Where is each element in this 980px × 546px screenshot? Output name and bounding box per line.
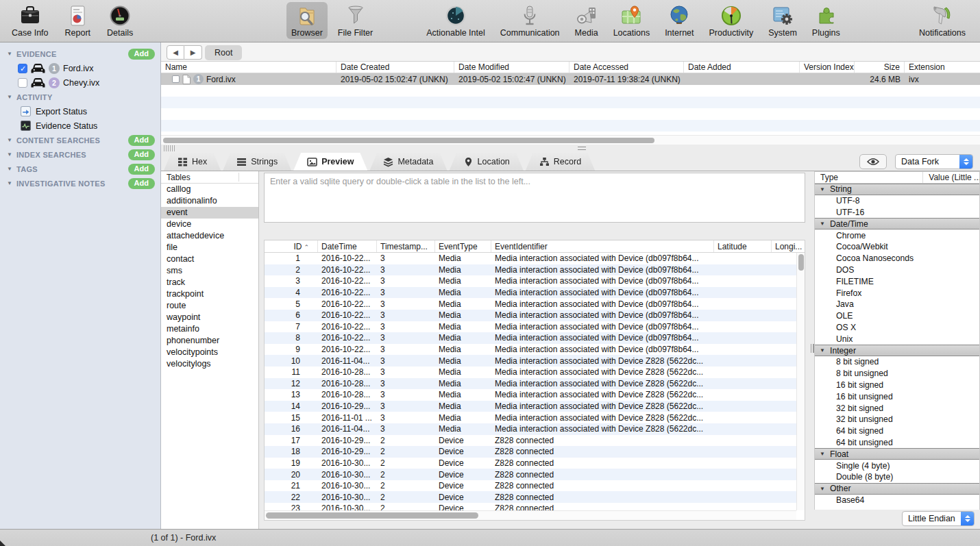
pane-splitter[interactable] [161, 145, 980, 152]
column-header-longitude[interactable]: Longi... [772, 240, 805, 252]
sidebar-section-investigative-notes[interactable]: ▼ INVESTIGATIVE NOTES Add [0, 176, 160, 190]
browser-mode-button[interactable]: Browser [286, 2, 328, 39]
column-header-eventtype[interactable]: EventType [435, 240, 491, 252]
visibility-button[interactable] [859, 154, 887, 169]
inspector-row[interactable]: ▼ 32 bit unsigned [815, 414, 979, 425]
sidebar-item-evidence-status[interactable]: Evidence Status [0, 119, 160, 133]
table-row[interactable]: 8 2016-10-22... 3 Media Media interactio… [265, 332, 805, 344]
column-header-date-modified[interactable]: Date Modified [454, 62, 569, 73]
table-list-item[interactable]: sms [161, 265, 258, 277]
table-list-item[interactable]: route [161, 300, 258, 312]
add-content-search-button[interactable]: Add [128, 135, 155, 146]
disclosure-triangle-icon[interactable]: ▼ [820, 451, 830, 457]
tab-preview[interactable]: Preview [293, 153, 367, 171]
inspector-row[interactable]: ▼ Unix [815, 333, 979, 345]
table-row[interactable]: 14 2016-10-29... 3 Media Media interacti… [265, 401, 805, 412]
back-button[interactable]: ◀ [167, 45, 184, 60]
table-row[interactable]: 2 2016-10-22... 3 Media Media interactio… [265, 264, 805, 276]
inspector-row[interactable]: ▼ Other [815, 483, 979, 495]
add-evidence-button[interactable]: Add [128, 49, 155, 60]
table-row[interactable]: 17 2016-10-29... 2 Device Z828 connected [265, 435, 805, 447]
column-header-date-accessed[interactable]: Date Accessed [569, 62, 684, 73]
disclosure-triangle-icon[interactable]: ▼ [7, 94, 16, 100]
hscroll-thumb[interactable] [163, 138, 654, 143]
column-header-date-added[interactable]: Date Added [684, 62, 800, 73]
table-list-item[interactable]: phonenumber [161, 335, 258, 347]
column-header-date-created[interactable]: Date Created [336, 62, 454, 73]
data-fork-select[interactable]: Data Fork [895, 154, 973, 169]
case-info-button[interactable]: Case Info [7, 2, 53, 39]
table-list-item[interactable]: velocitylogs [161, 358, 258, 370]
file-row-selected[interactable]: 1 Ford.ivx 2019-05-02 15:02:47 (UNKN) 20… [161, 73, 980, 85]
disclosure-triangle-icon[interactable]: ▼ [7, 151, 16, 158]
inspector-row[interactable]: ▼ UTF-16 [815, 207, 979, 219]
file-checkbox[interactable] [172, 75, 180, 83]
evidence-checkbox[interactable] [18, 64, 27, 73]
column-header-name[interactable]: Name [161, 62, 336, 73]
tab-metadata[interactable]: Metadata [369, 153, 447, 171]
inspector-row[interactable]: ▼ DOS [815, 264, 979, 276]
sidebar-item-export-status[interactable]: Export Status [0, 104, 160, 119]
column-header-value[interactable]: Value (Little ... [923, 172, 979, 183]
sqlite-query-input[interactable] [264, 173, 805, 223]
column-header-datetime[interactable]: DateTime [318, 240, 377, 252]
inspector-row[interactable]: ▼ Chrome [815, 229, 979, 241]
media-button[interactable]: Media [570, 2, 603, 39]
inspector-row[interactable]: ▼ OLE [815, 310, 979, 322]
vscroll-thumb[interactable] [798, 254, 804, 271]
inspector-row[interactable]: ▼ Float [815, 448, 979, 460]
table-row[interactable]: 6 2016-10-22... 3 Media Media interactio… [265, 310, 805, 321]
inspector-row[interactable]: ▼ 32 bit signed [815, 402, 979, 414]
column-header-timestamp[interactable]: Timestamp... [377, 240, 435, 252]
disclosure-triangle-icon[interactable]: ▼ [820, 486, 830, 492]
details-button[interactable]: Details [102, 2, 138, 39]
plugins-button[interactable]: Plugins [807, 2, 845, 39]
inspector-row[interactable]: ▼ Double (8 byte) [815, 471, 979, 483]
inspector-row[interactable]: ▼ 64 bit unsigned [815, 437, 979, 449]
inspector-row[interactable]: ▼ Cocoa Nanoseconds [815, 253, 979, 264]
inspector-row[interactable]: ▼ Date/Time [815, 218, 979, 229]
inspector-row[interactable]: ▼ OS X [815, 322, 979, 334]
productivity-button[interactable]: Productivity [705, 2, 759, 39]
endianness-select[interactable]: Little Endian [902, 511, 975, 526]
tab-strings[interactable]: Strings [223, 153, 291, 171]
evidence-item[interactable]: 1 Ford.ivx [0, 61, 160, 75]
add-note-button[interactable]: Add [128, 178, 155, 189]
table-list-item[interactable]: calllog [161, 184, 258, 195]
disclosure-triangle-icon[interactable]: ▼ [820, 347, 830, 353]
file-filter-button[interactable]: File Filter [333, 2, 378, 39]
table-list-item[interactable]: velocitypoints [161, 347, 258, 358]
table-row[interactable]: 10 2016-11-04... 3 Media Media interacti… [265, 355, 805, 367]
table-row[interactable]: 20 2016-10-30... 2 Device Z828 connected [265, 469, 805, 480]
inspector-row[interactable]: ▼ Java [815, 299, 979, 310]
table-row[interactable]: 22 2016-10-30... 2 Device Z828 connected [265, 491, 805, 503]
internet-button[interactable]: Internet [660, 2, 698, 39]
disclosure-triangle-icon[interactable]: ▼ [7, 180, 16, 186]
disclosure-triangle-icon[interactable]: ▼ [7, 51, 16, 57]
locations-button[interactable]: Locations [609, 2, 655, 39]
table-row[interactable]: 15 2016-11-01 ... 3 Media Media interact… [265, 412, 805, 423]
column-header-extension[interactable]: Extension [905, 62, 977, 73]
tab-hex[interactable]: Hex [164, 153, 221, 171]
column-header-id[interactable]: ID⌃ [265, 240, 318, 252]
add-index-search-button[interactable]: Add [128, 149, 155, 160]
table-row[interactable]: 3 2016-10-22... 3 Media Media interactio… [265, 275, 805, 287]
table-list-item[interactable]: trackpoint [161, 288, 258, 300]
table-row[interactable]: 13 2016-10-28... 3 Media Media interacti… [265, 389, 805, 401]
inspector-row[interactable]: ▼ Base64 [815, 495, 979, 506]
column-header-eventidentifier[interactable]: EventIdentifier [491, 240, 714, 252]
report-button[interactable]: Report [60, 2, 96, 39]
evidence-checkbox[interactable] [18, 78, 27, 88]
inspector-row[interactable]: ▼ Single (4 byte) [815, 460, 979, 471]
table-row[interactable]: 21 2016-10-30... 2 Device Z828 connected [265, 480, 805, 492]
table-list-item[interactable]: additionalinfo [161, 195, 258, 207]
system-button[interactable]: System [763, 2, 802, 39]
table-row[interactable]: 9 2016-10-22... 3 Media Media interactio… [265, 344, 805, 356]
table-row[interactable]: 11 2016-10-28... 3 Media Media interacti… [265, 367, 805, 378]
table-row[interactable]: 12 2016-10-28... 3 Media Media interacti… [265, 378, 805, 390]
root-breadcrumb-tab[interactable]: Root [205, 45, 242, 60]
table-row[interactable]: 4 2016-10-22... 3 Media Media interactio… [265, 287, 805, 299]
disclosure-triangle-icon[interactable]: ▼ [820, 186, 830, 193]
table-row[interactable]: 7 2016-10-22... 3 Media Media interactio… [265, 321, 805, 333]
hscroll-thumb[interactable] [266, 512, 478, 519]
